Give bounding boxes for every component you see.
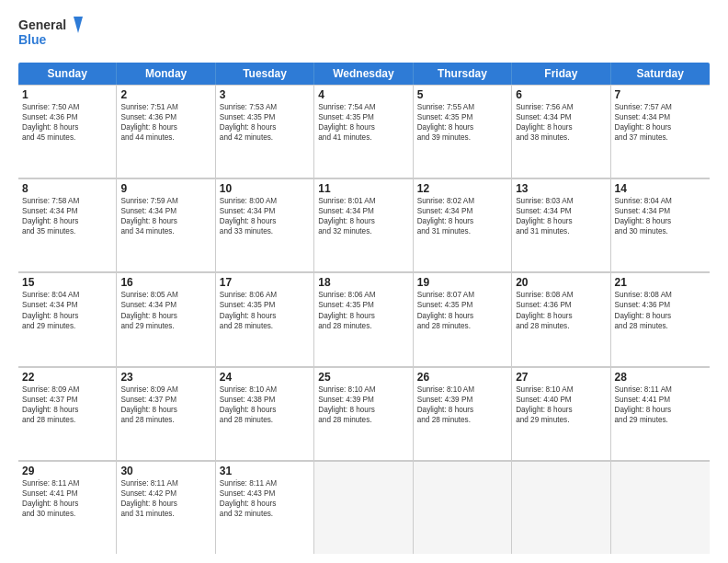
- empty-cell: [314, 462, 413, 554]
- day-number: 16: [120, 276, 210, 289]
- cell-line-2: Daylight: 8 hours: [615, 311, 706, 321]
- logo-svg: General Blue: [18, 15, 83, 53]
- day-number: 7: [615, 88, 706, 101]
- cell-line-2: Daylight: 8 hours: [417, 122, 507, 132]
- day-cell-5: 5Sunrise: 7:55 AMSunset: 4:35 PMDaylight…: [414, 86, 512, 178]
- cell-line-1: Sunset: 4:34 PM: [22, 206, 112, 216]
- cell-line-0: Sunrise: 8:02 AM: [417, 196, 507, 206]
- cell-line-0: Sunrise: 8:11 AM: [120, 478, 210, 488]
- cell-line-2: Daylight: 8 hours: [318, 405, 408, 415]
- cell-line-3: and 28 minutes.: [516, 321, 606, 331]
- cell-line-0: Sunrise: 8:11 AM: [22, 478, 112, 488]
- cell-line-0: Sunrise: 7:57 AM: [615, 102, 706, 112]
- day-cell-14: 14Sunrise: 8:04 AMSunset: 4:34 PMDayligh…: [611, 179, 710, 271]
- day-cell-27: 27Sunrise: 8:10 AMSunset: 4:40 PMDayligh…: [512, 368, 610, 460]
- day-cell-26: 26Sunrise: 8:10 AMSunset: 4:39 PMDayligh…: [414, 368, 512, 460]
- day-cell-2: 2Sunrise: 7:51 AMSunset: 4:36 PMDaylight…: [117, 86, 215, 178]
- calendar-row-2: 8Sunrise: 7:58 AMSunset: 4:34 PMDaylight…: [18, 178, 710, 272]
- cell-line-3: and 29 minutes.: [22, 321, 112, 331]
- day-number: 29: [22, 465, 112, 477]
- cell-line-3: and 29 minutes.: [615, 415, 706, 425]
- day-cell-8: 8Sunrise: 7:58 AMSunset: 4:34 PMDaylight…: [18, 179, 117, 271]
- cell-line-1: Sunset: 4:35 PM: [220, 112, 310, 122]
- cell-line-0: Sunrise: 7:54 AM: [318, 102, 408, 112]
- cell-line-0: Sunrise: 8:11 AM: [615, 385, 706, 395]
- day-number: 3: [220, 88, 310, 101]
- cell-line-0: Sunrise: 8:07 AM: [417, 290, 507, 300]
- day-number: 20: [516, 276, 606, 289]
- cell-line-0: Sunrise: 8:10 AM: [417, 385, 507, 395]
- cell-line-1: Sunset: 4:34 PM: [22, 300, 112, 310]
- cell-line-1: Sunset: 4:40 PM: [516, 395, 606, 405]
- day-number: 30: [120, 465, 210, 477]
- calendar: SundayMondayTuesdayWednesdayThursdayFrid…: [18, 63, 710, 554]
- cell-line-2: Daylight: 8 hours: [318, 122, 408, 132]
- cell-line-0: Sunrise: 7:55 AM: [417, 102, 507, 112]
- cell-line-2: Daylight: 8 hours: [417, 216, 507, 226]
- cell-line-1: Sunset: 4:34 PM: [120, 206, 210, 216]
- weekday-header-friday: Friday: [512, 63, 610, 85]
- cell-line-2: Daylight: 8 hours: [22, 216, 112, 226]
- cell-line-3: and 33 minutes.: [220, 226, 310, 236]
- cell-line-0: Sunrise: 8:09 AM: [22, 385, 112, 395]
- day-number: 25: [318, 371, 408, 384]
- day-cell-22: 22Sunrise: 8:09 AMSunset: 4:37 PMDayligh…: [18, 368, 117, 460]
- cell-line-3: and 39 minutes.: [417, 132, 507, 143]
- day-number: 21: [615, 276, 706, 289]
- cell-line-0: Sunrise: 8:10 AM: [516, 385, 606, 395]
- cell-line-1: Sunset: 4:37 PM: [120, 395, 210, 405]
- cell-line-0: Sunrise: 8:04 AM: [22, 290, 112, 300]
- cell-line-2: Daylight: 8 hours: [318, 311, 408, 321]
- cell-line-1: Sunset: 4:34 PM: [318, 206, 408, 216]
- day-cell-25: 25Sunrise: 8:10 AMSunset: 4:39 PMDayligh…: [314, 368, 413, 460]
- cell-line-0: Sunrise: 8:06 AM: [318, 290, 408, 300]
- day-number: 11: [318, 182, 408, 195]
- cell-line-0: Sunrise: 7:51 AM: [120, 102, 210, 112]
- cell-line-1: Sunset: 4:36 PM: [120, 112, 210, 122]
- cell-line-0: Sunrise: 8:03 AM: [516, 196, 606, 206]
- day-number: 4: [318, 88, 408, 101]
- day-cell-24: 24Sunrise: 8:10 AMSunset: 4:38 PMDayligh…: [216, 368, 314, 460]
- cell-line-3: and 31 minutes.: [516, 226, 606, 236]
- cell-line-2: Daylight: 8 hours: [22, 122, 112, 132]
- cell-line-1: Sunset: 4:34 PM: [516, 112, 606, 122]
- day-cell-3: 3Sunrise: 7:53 AMSunset: 4:35 PMDaylight…: [216, 86, 314, 178]
- day-number: 1: [22, 88, 112, 101]
- cell-line-0: Sunrise: 7:59 AM: [120, 196, 210, 206]
- day-cell-7: 7Sunrise: 7:57 AMSunset: 4:34 PMDaylight…: [611, 86, 710, 178]
- svg-marker-2: [74, 17, 83, 33]
- weekday-header-sunday: Sunday: [18, 63, 117, 85]
- svg-text:Blue: Blue: [18, 32, 47, 47]
- cell-line-2: Daylight: 8 hours: [220, 122, 310, 132]
- cell-line-1: Sunset: 4:41 PM: [22, 488, 112, 499]
- cell-line-2: Daylight: 8 hours: [120, 216, 210, 226]
- cell-line-3: and 30 minutes.: [22, 509, 112, 519]
- day-number: 22: [22, 371, 112, 384]
- day-number: 5: [417, 88, 507, 101]
- cell-line-1: Sunset: 4:34 PM: [615, 112, 706, 122]
- cell-line-2: Daylight: 8 hours: [417, 311, 507, 321]
- cell-line-2: Daylight: 8 hours: [516, 216, 606, 226]
- cell-line-0: Sunrise: 8:01 AM: [318, 196, 408, 206]
- day-cell-11: 11Sunrise: 8:01 AMSunset: 4:34 PMDayligh…: [314, 179, 413, 271]
- cell-line-2: Daylight: 8 hours: [220, 405, 310, 415]
- cell-line-0: Sunrise: 8:04 AM: [615, 196, 706, 206]
- cell-line-2: Daylight: 8 hours: [120, 405, 210, 415]
- cell-line-3: and 37 minutes.: [615, 132, 706, 143]
- cell-line-3: and 28 minutes.: [22, 415, 112, 425]
- empty-cell: [414, 462, 512, 554]
- day-number: 28: [615, 371, 706, 384]
- cell-line-2: Daylight: 8 hours: [22, 499, 112, 509]
- weekday-header-wednesday: Wednesday: [314, 63, 413, 85]
- svg-text:General: General: [18, 17, 66, 32]
- day-number: 12: [417, 182, 507, 195]
- cell-line-3: and 42 minutes.: [220, 132, 310, 143]
- cell-line-1: Sunset: 4:38 PM: [220, 395, 310, 405]
- calendar-row-4: 22Sunrise: 8:09 AMSunset: 4:37 PMDayligh…: [18, 367, 710, 461]
- calendar-row-3: 15Sunrise: 8:04 AMSunset: 4:34 PMDayligh…: [18, 272, 710, 366]
- cell-line-1: Sunset: 4:39 PM: [318, 395, 408, 405]
- header: General Blue: [18, 15, 710, 53]
- cell-line-2: Daylight: 8 hours: [120, 122, 210, 132]
- cell-line-0: Sunrise: 8:09 AM: [120, 385, 210, 395]
- day-cell-1: 1Sunrise: 7:50 AMSunset: 4:36 PMDaylight…: [18, 86, 117, 178]
